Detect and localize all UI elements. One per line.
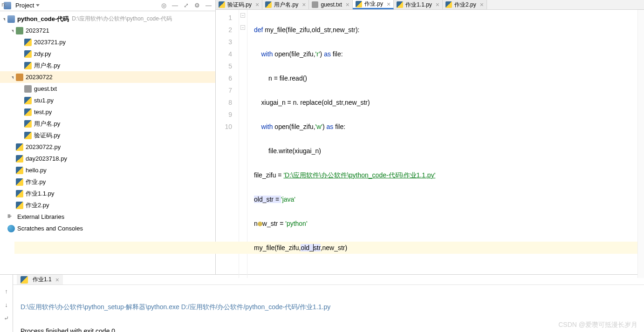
up-icon[interactable]: ↑ [5, 288, 8, 295]
tree-row[interactable]: 用户名.py [0, 60, 215, 71]
wrap-icon[interactable]: ⤶ [4, 315, 9, 322]
code-content[interactable]: def my_file(file_zifu,old_str,new_str): … [247, 10, 637, 278]
py-file-icon [265, 1, 272, 8]
close-icon[interactable]: × [255, 1, 259, 8]
builtin: open [274, 50, 289, 58]
expand-arrow[interactable] [2, 226, 7, 231]
expand-arrow[interactable] [10, 75, 15, 80]
tree-row[interactable]: 验证码.py [0, 129, 215, 141]
tree-item-label: stu1.py [34, 97, 54, 104]
tree-row[interactable]: 作业.py [0, 176, 215, 188]
tab-label: 作业1.1.py [405, 1, 432, 9]
tree-row[interactable]: day2023718.py [0, 153, 215, 164]
run-label: n: [0, 1, 7, 8]
expand-arrow[interactable] [10, 191, 15, 196]
tree-row[interactable]: 作业1.1.py [0, 188, 215, 199]
tree-row[interactable]: python_code-代码D:\应用软件\办公软件\python_code-代… [0, 13, 215, 25]
expand-arrow[interactable] [10, 145, 15, 149]
close-icon[interactable]: × [387, 0, 391, 8]
tree-row[interactable]: 20230722 [0, 71, 215, 83]
chevron-down-icon [36, 4, 40, 7]
editor-tab[interactable]: 验证码.py× [216, 0, 262, 9]
expand-arrow[interactable] [2, 17, 7, 21]
close-icon[interactable]: × [55, 276, 59, 284]
tree-row[interactable]: 20230722.py [0, 141, 215, 153]
expand-arrow[interactable] [19, 40, 23, 45]
run-tab[interactable]: 作业1.1 × [17, 275, 63, 285]
line-number: 7 [216, 84, 232, 96]
expand-arrow[interactable] [10, 168, 15, 173]
project-title[interactable]: Project [4, 2, 40, 9]
editor-area: 验证码.py×用户名.py×guest.txt×作业.py×作业1.1.py×作… [216, 0, 644, 274]
code-text: w_str = [262, 220, 285, 227]
tree-row[interactable]: 作业2.py [0, 199, 215, 211]
builtin: open [274, 123, 289, 130]
tree-item-label: 2023721 [26, 27, 49, 34]
target-icon[interactable]: ◎ [161, 2, 166, 9]
gear-icon[interactable]: ⚙ [194, 2, 200, 9]
line-number: 6 [216, 72, 232, 84]
keyword: as [327, 123, 336, 130]
code-text: n [254, 220, 258, 227]
editor-tab[interactable]: guest.txt× [309, 0, 353, 9]
expand-arrow[interactable] [19, 87, 23, 91]
tree-row[interactable]: Scratches and Consoles [0, 223, 215, 234]
editor-tab[interactable]: 作业2.py× [443, 0, 487, 9]
py-icon [16, 202, 23, 209]
expand-arrow[interactable] [19, 110, 23, 115]
expand-arrow[interactable] [19, 122, 23, 126]
fold-icon[interactable]: − [240, 13, 245, 18]
hide-icon[interactable]: — [206, 2, 212, 9]
expand-arrow[interactable] [10, 156, 15, 161]
selection: old_ [301, 244, 313, 251]
py-icon [16, 178, 23, 186]
code-text: xiugai_n = n. replace(old_str,new_str) [254, 99, 370, 106]
tree-row[interactable]: stu1.py [0, 95, 215, 106]
code-area[interactable]: 12345678910 − − def my_file(file_zifu,ol… [216, 10, 644, 278]
expand-arrow[interactable] [10, 180, 15, 184]
tree-row[interactable]: 2023721.py [0, 36, 215, 48]
tree-row[interactable]: hello.py [0, 164, 215, 176]
editor-tab[interactable]: 作业1.1.py× [394, 0, 443, 9]
code-text: (file_zifu, [289, 123, 315, 130]
expand-arrow[interactable] [2, 215, 7, 219]
py-icon [24, 108, 32, 116]
editor-tab[interactable]: 作业.py× [353, 0, 394, 9]
tree-row[interactable]: 2023721 [0, 25, 215, 36]
expand-arrow[interactable] [10, 28, 15, 33]
txt-icon [24, 85, 32, 93]
py-icon [16, 190, 23, 197]
fold-icon[interactable]: − [240, 25, 245, 30]
close-icon[interactable]: × [346, 1, 349, 8]
python-icon [21, 276, 28, 284]
tree-item-label: 20230722 [26, 74, 53, 81]
py-icon [16, 155, 23, 163]
project-tree[interactable]: python_code-代码D:\应用软件\办公软件\python_code-代… [0, 11, 215, 274]
tab-label: 作业2.py [454, 1, 476, 9]
expand-arrow[interactable] [19, 52, 23, 56]
expand-arrow[interactable] [19, 98, 23, 103]
down-icon[interactable]: ↓ [5, 301, 8, 308]
tree-row[interactable]: guest.txt [0, 83, 215, 95]
tree-row[interactable]: test.py [0, 106, 215, 118]
tree-row[interactable]: zdy.py [0, 48, 215, 60]
py-icon [16, 143, 23, 151]
expand-icon[interactable]: ⤢ [184, 2, 189, 9]
close-icon[interactable]: × [480, 1, 484, 8]
minus-icon[interactable]: — [172, 2, 178, 9]
tree-row[interactable]: 用户名.py [0, 118, 215, 129]
expand-arrow[interactable] [19, 63, 23, 68]
string: 'w' [315, 123, 322, 130]
scratch-icon [7, 225, 15, 232]
py-icon [24, 120, 32, 128]
bulb-icon[interactable] [258, 222, 262, 226]
expand-arrow[interactable] [19, 133, 23, 138]
tree-row[interactable]: ⊪External Libraries [0, 211, 215, 223]
console-output[interactable]: D:\应用软件\办公软件\python_setup-解释器\python.exe… [13, 285, 644, 332]
folder-open-icon [16, 74, 23, 81]
keyword: as [324, 50, 333, 58]
expand-arrow[interactable] [10, 203, 15, 208]
close-icon[interactable]: × [436, 1, 439, 8]
close-icon[interactable]: × [302, 1, 306, 8]
editor-tab[interactable]: 用户名.py× [262, 0, 309, 9]
